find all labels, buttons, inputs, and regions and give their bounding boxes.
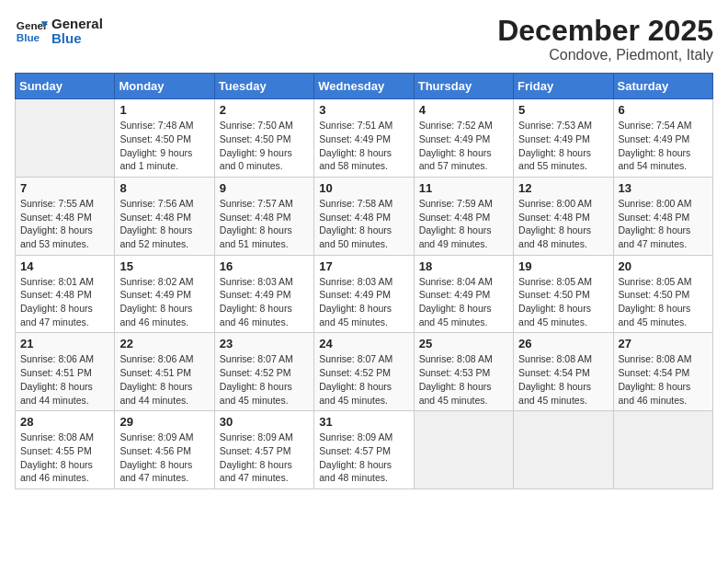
day-info: Sunrise: 7:48 AMSunset: 4:50 PMDaylight:… [119, 119, 209, 173]
table-row: 9Sunrise: 7:57 AMSunset: 4:48 PMDaylight… [214, 177, 313, 255]
day-number: 1 [119, 103, 209, 117]
day-info: Sunrise: 7:59 AMSunset: 4:48 PMDaylight:… [419, 197, 508, 251]
day-number: 15 [119, 259, 209, 273]
day-number: 17 [319, 259, 408, 273]
day-info: Sunrise: 7:53 AMSunset: 4:49 PMDaylight:… [518, 119, 608, 173]
table-row: 10Sunrise: 7:58 AMSunset: 4:48 PMDayligh… [314, 177, 414, 255]
logo-text: General Blue [51, 17, 103, 47]
day-info: Sunrise: 8:08 AMSunset: 4:54 PMDaylight:… [518, 352, 608, 407]
day-info: Sunrise: 7:50 AMSunset: 4:50 PMDaylight:… [220, 119, 309, 173]
day-info: Sunrise: 7:51 AMSunset: 4:49 PMDaylight:… [319, 119, 408, 173]
table-row [514, 411, 613, 489]
calendar-header-row: Sunday Monday Tuesday Wednesday Thursday… [16, 74, 713, 99]
calendar-table: Sunday Monday Tuesday Wednesday Thursday… [15, 73, 713, 489]
day-number: 6 [619, 103, 708, 117]
logo-icon: General Blue [15, 15, 48, 48]
day-info: Sunrise: 8:00 AMSunset: 4:48 PMDaylight:… [518, 197, 608, 251]
day-info: Sunrise: 8:06 AMSunset: 4:51 PMDaylight:… [20, 352, 109, 407]
day-number: 12 [518, 181, 608, 195]
col-friday: Friday [514, 74, 613, 99]
day-number: 14 [20, 259, 109, 273]
day-number: 31 [319, 415, 408, 429]
day-number: 16 [220, 259, 309, 273]
table-row: 5Sunrise: 7:53 AMSunset: 4:49 PMDaylight… [514, 99, 613, 178]
day-info: Sunrise: 7:56 AMSunset: 4:48 PMDaylight:… [119, 197, 209, 251]
calendar-week-row: 28Sunrise: 8:08 AMSunset: 4:55 PMDayligh… [16, 411, 713, 489]
day-info: Sunrise: 8:07 AMSunset: 4:52 PMDaylight:… [319, 352, 408, 407]
calendar-week-row: 1Sunrise: 7:48 AMSunset: 4:50 PMDaylight… [16, 99, 713, 178]
day-info: Sunrise: 8:03 AMSunset: 4:49 PMDaylight:… [319, 275, 408, 329]
day-info: Sunrise: 8:01 AMSunset: 4:48 PMDaylight:… [20, 275, 109, 329]
day-number: 25 [419, 337, 508, 350]
day-number: 5 [518, 103, 608, 117]
col-tuesday: Tuesday [214, 74, 313, 99]
day-number: 7 [20, 181, 109, 195]
table-row: 7Sunrise: 7:55 AMSunset: 4:48 PMDaylight… [16, 177, 115, 255]
table-row [16, 99, 115, 178]
day-info: Sunrise: 8:03 AMSunset: 4:49 PMDaylight:… [220, 275, 309, 329]
day-info: Sunrise: 8:02 AMSunset: 4:49 PMDaylight:… [119, 275, 209, 329]
table-row: 18Sunrise: 8:04 AMSunset: 4:49 PMDayligh… [414, 255, 513, 333]
table-row: 6Sunrise: 7:54 AMSunset: 4:49 PMDaylight… [613, 99, 712, 178]
table-row [613, 411, 712, 489]
day-info: Sunrise: 8:06 AMSunset: 4:51 PMDaylight:… [119, 352, 209, 407]
day-info: Sunrise: 8:04 AMSunset: 4:49 PMDaylight:… [419, 275, 508, 329]
day-info: Sunrise: 8:05 AMSunset: 4:50 PMDaylight:… [619, 275, 708, 329]
day-number: 24 [319, 337, 408, 350]
table-row: 21Sunrise: 8:06 AMSunset: 4:51 PMDayligh… [16, 333, 115, 411]
table-row: 11Sunrise: 7:59 AMSunset: 4:48 PMDayligh… [414, 177, 513, 255]
table-row: 28Sunrise: 8:08 AMSunset: 4:55 PMDayligh… [16, 411, 115, 489]
day-info: Sunrise: 8:09 AMSunset: 4:57 PMDaylight:… [220, 431, 309, 485]
table-row: 1Sunrise: 7:48 AMSunset: 4:50 PMDaylight… [115, 99, 214, 178]
day-info: Sunrise: 7:57 AMSunset: 4:48 PMDaylight:… [220, 197, 309, 251]
day-info: Sunrise: 8:08 AMSunset: 4:53 PMDaylight:… [419, 352, 508, 407]
table-row: 13Sunrise: 8:00 AMSunset: 4:48 PMDayligh… [613, 177, 712, 255]
col-thursday: Thursday [414, 74, 513, 99]
day-number: 20 [619, 259, 708, 273]
day-info: Sunrise: 8:08 AMSunset: 4:55 PMDaylight:… [20, 431, 109, 485]
table-row: 12Sunrise: 8:00 AMSunset: 4:48 PMDayligh… [514, 177, 613, 255]
day-number: 8 [119, 181, 209, 195]
table-row: 15Sunrise: 8:02 AMSunset: 4:49 PMDayligh… [115, 255, 214, 333]
day-info: Sunrise: 8:05 AMSunset: 4:50 PMDaylight:… [518, 275, 608, 329]
day-number: 29 [119, 415, 209, 429]
calendar-week-row: 7Sunrise: 7:55 AMSunset: 4:48 PMDaylight… [16, 177, 713, 255]
svg-text:Blue: Blue [17, 31, 40, 43]
table-row: 3Sunrise: 7:51 AMSunset: 4:49 PMDaylight… [314, 99, 414, 178]
table-row: 30Sunrise: 8:09 AMSunset: 4:57 PMDayligh… [214, 411, 313, 489]
table-row: 29Sunrise: 8:09 AMSunset: 4:56 PMDayligh… [115, 411, 214, 489]
day-number: 22 [119, 337, 209, 350]
table-row: 17Sunrise: 8:03 AMSunset: 4:49 PMDayligh… [314, 255, 414, 333]
table-row: 26Sunrise: 8:08 AMSunset: 4:54 PMDayligh… [514, 333, 613, 411]
day-info: Sunrise: 8:09 AMSunset: 4:57 PMDaylight:… [319, 431, 408, 485]
col-saturday: Saturday [613, 74, 712, 99]
day-info: Sunrise: 7:52 AMSunset: 4:49 PMDaylight:… [419, 119, 508, 173]
calendar-week-row: 21Sunrise: 8:06 AMSunset: 4:51 PMDayligh… [16, 333, 713, 411]
table-row [414, 411, 513, 489]
day-info: Sunrise: 8:00 AMSunset: 4:48 PMDaylight:… [619, 197, 708, 251]
day-number: 11 [419, 181, 508, 195]
calendar-week-row: 14Sunrise: 8:01 AMSunset: 4:48 PMDayligh… [16, 255, 713, 333]
logo: General Blue General Blue [15, 15, 103, 48]
col-sunday: Sunday [16, 74, 115, 99]
day-info: Sunrise: 8:07 AMSunset: 4:52 PMDaylight:… [220, 352, 309, 407]
day-number: 21 [20, 337, 109, 350]
location: Condove, Piedmont, Italy [497, 47, 713, 63]
table-row: 19Sunrise: 8:05 AMSunset: 4:50 PMDayligh… [514, 255, 613, 333]
day-number: 9 [220, 181, 309, 195]
day-number: 13 [619, 181, 708, 195]
day-number: 30 [220, 415, 309, 429]
day-number: 19 [518, 259, 608, 273]
col-wednesday: Wednesday [314, 74, 414, 99]
day-info: Sunrise: 7:58 AMSunset: 4:48 PMDaylight:… [319, 197, 408, 251]
day-number: 4 [419, 103, 508, 117]
day-number: 26 [518, 337, 608, 350]
table-row: 14Sunrise: 8:01 AMSunset: 4:48 PMDayligh… [16, 255, 115, 333]
svg-text:General: General [17, 19, 48, 31]
table-row: 4Sunrise: 7:52 AMSunset: 4:49 PMDaylight… [414, 99, 513, 178]
table-row: 23Sunrise: 8:07 AMSunset: 4:52 PMDayligh… [214, 333, 313, 411]
table-row: 31Sunrise: 8:09 AMSunset: 4:57 PMDayligh… [314, 411, 414, 489]
day-number: 28 [20, 415, 109, 429]
table-row: 25Sunrise: 8:08 AMSunset: 4:53 PMDayligh… [414, 333, 513, 411]
table-row: 24Sunrise: 8:07 AMSunset: 4:52 PMDayligh… [314, 333, 414, 411]
